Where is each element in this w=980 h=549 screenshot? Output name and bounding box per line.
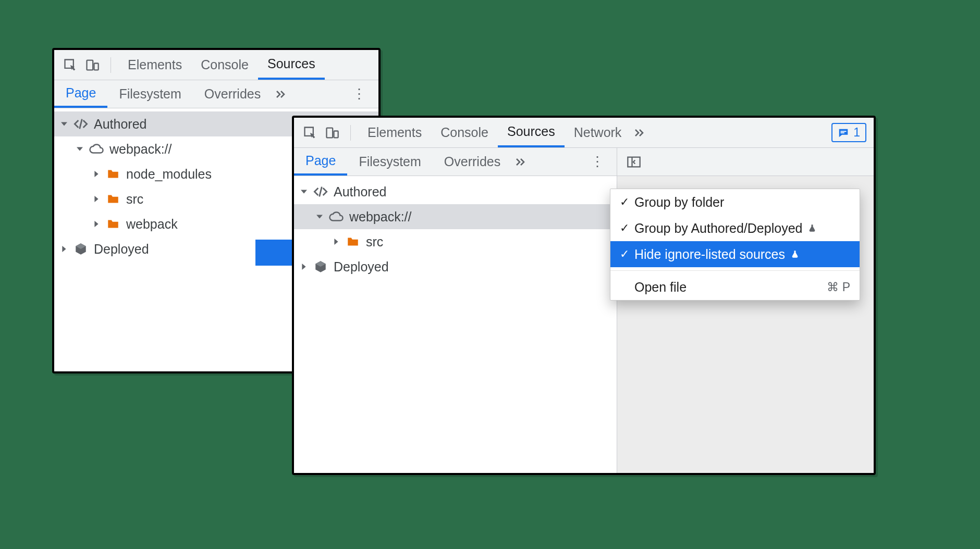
more-tabs-icon[interactable] [633, 127, 645, 139]
menu-group-by-folder[interactable]: ✓ Group by folder [610, 189, 860, 215]
more-tabs-icon[interactable] [514, 156, 526, 168]
tree-webpack[interactable]: webpack:// [294, 204, 617, 229]
right-pane-toolbar [617, 148, 874, 176]
sources-left-pane: Page Filesystem Overrides ⋮ Authored web… [294, 148, 617, 473]
tree-label: src [126, 192, 143, 207]
code-icon [312, 184, 329, 199]
check-icon: ✓ [620, 221, 634, 235]
menu-group-by-authored[interactable]: ✓ Group by Authored/Deployed [610, 215, 860, 241]
inspect-icon[interactable] [62, 56, 79, 74]
tree-label: webpack [126, 217, 178, 232]
subtab-filesystem[interactable]: Filesystem [107, 80, 192, 108]
subtab-overrides[interactable]: Overrides [193, 80, 272, 108]
chevron-down-icon [59, 121, 69, 127]
chevron-right-icon [92, 171, 101, 177]
folder-icon [104, 217, 122, 231]
chevron-right-icon [332, 239, 341, 245]
issues-count: 1 [853, 126, 860, 140]
chevron-right-icon [92, 196, 101, 202]
subtab-filesystem[interactable]: Filesystem [347, 148, 432, 176]
folder-icon [104, 192, 122, 206]
tree-label: webpack:// [109, 142, 172, 157]
menu-label: Hide ignore-listed sources [634, 247, 785, 262]
chevron-down-icon [75, 146, 84, 152]
device-toggle-icon[interactable] [83, 56, 101, 74]
tab-elements[interactable]: Elements [118, 50, 191, 80]
subtab-page[interactable]: Page [294, 148, 347, 176]
toolbar-divider [111, 57, 111, 73]
cube-icon [72, 242, 90, 256]
tree-deployed[interactable]: Deployed [294, 254, 617, 279]
tree-label: node_modules [126, 167, 212, 182]
tree-label: src [366, 234, 383, 249]
check-icon: ✓ [620, 247, 634, 261]
tree-authored[interactable]: Authored [294, 179, 617, 204]
subtab-overrides[interactable]: Overrides [433, 148, 512, 176]
issues-chip[interactable]: 1 [831, 123, 866, 142]
chat-icon [838, 127, 849, 139]
check-icon: ✓ [620, 195, 634, 209]
chevron-down-icon [299, 189, 309, 195]
menu-label: Group by Authored/Deployed [634, 221, 802, 236]
tree-label: Authored [334, 184, 386, 199]
toolbar-divider [350, 125, 351, 141]
collapse-sidebar-icon[interactable] [627, 155, 641, 169]
file-tree: Authored webpack:// src Deployed [294, 176, 617, 279]
tab-console[interactable]: Console [191, 50, 258, 80]
folder-icon [104, 167, 122, 181]
tab-network[interactable]: Network [565, 118, 631, 147]
chevron-right-icon [92, 221, 101, 227]
tree-label: webpack:// [349, 209, 412, 224]
cube-icon [312, 260, 329, 273]
main-toolbar: Elements Console Sources [54, 50, 378, 80]
kebab-menu-icon[interactable]: ⋮ [345, 86, 373, 102]
sources-subbar: Page Filesystem Overrides ⋮ [294, 148, 617, 176]
subtab-page[interactable]: Page [54, 80, 107, 108]
context-menu: ✓ Group by folder ✓ Group by Authored/De… [610, 189, 860, 301]
tree-src[interactable]: src [294, 229, 617, 254]
more-tabs-icon[interactable] [274, 88, 287, 101]
tab-console[interactable]: Console [431, 118, 498, 147]
chevron-down-icon [315, 214, 324, 220]
chevron-right-icon [59, 246, 69, 252]
device-toggle-icon[interactable] [323, 124, 341, 142]
flask-icon [790, 249, 800, 259]
menu-label: Open file [634, 280, 687, 295]
chevron-right-icon [299, 264, 309, 270]
menu-separator [610, 270, 860, 271]
folder-icon [344, 235, 362, 248]
tab-elements[interactable]: Elements [358, 118, 431, 147]
menu-shortcut: ⌘ P [827, 280, 850, 294]
tree-label: Deployed [94, 242, 149, 257]
menu-label: Group by folder [634, 195, 724, 210]
menu-open-file[interactable]: Open file ⌘ P [610, 274, 860, 300]
cloud-icon [88, 141, 105, 157]
tree-label: Authored [94, 117, 146, 132]
sources-subbar: Page Filesystem Overrides ⋮ [54, 80, 378, 108]
flask-icon [807, 223, 817, 233]
kebab-menu-icon[interactable]: ⋮ [583, 154, 611, 170]
code-icon [72, 117, 90, 131]
tab-sources[interactable]: Sources [258, 50, 325, 80]
tab-sources[interactable]: Sources [498, 118, 565, 147]
inspect-icon[interactable] [301, 124, 319, 142]
menu-hide-ignore-listed[interactable]: ✓ Hide ignore-listed sources [610, 241, 860, 267]
tree-label: Deployed [334, 259, 389, 274]
cloud-icon [327, 209, 345, 224]
main-toolbar: Elements Console Sources Network 1 [294, 118, 874, 148]
